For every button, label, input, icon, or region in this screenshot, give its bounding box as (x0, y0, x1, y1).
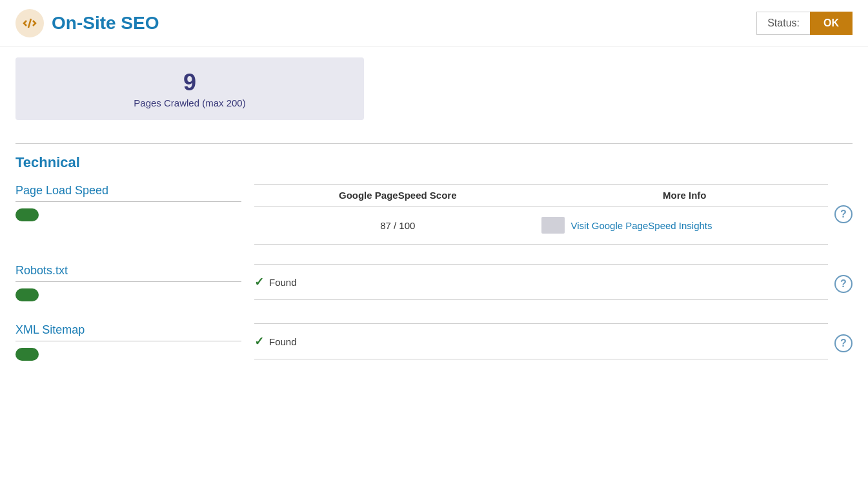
visit-thumbnail (541, 217, 565, 234)
info-header: More Info (541, 190, 829, 201)
status-ok-button[interactable]: OK (810, 12, 853, 35)
xml-sitemap-checkmark: ✓ (254, 334, 264, 348)
xml-sitemap-found-row: ✓ Found (254, 324, 828, 359)
page-load-speed-left: Page Load Speed (15, 184, 254, 224)
robots-txt-left: Robots.txt (15, 264, 254, 304)
page-load-speed-help-icon[interactable]: ? (834, 205, 853, 223)
score-header: Google PageSpeed Score (254, 190, 541, 201)
robots-txt-title: Robots.txt (15, 264, 241, 277)
robots-txt-checkmark: ✓ (254, 275, 264, 289)
xml-sitemap-row: XML Sitemap ✓ Found (15, 323, 828, 363)
xml-sitemap-left: XML Sitemap (15, 323, 254, 363)
logo-icon (15, 9, 44, 37)
robots-txt-row: Robots.txt ✓ Found (15, 264, 828, 304)
status-label: Status: (756, 12, 810, 35)
page-load-speed-right: Google PageSpeed Score More Info 87 / 10… (254, 184, 828, 245)
xml-sitemap-indicator (15, 348, 39, 361)
robots-txt-right: ✓ Found (254, 264, 828, 300)
header-left: On-Site SEO (15, 9, 159, 37)
crawled-number: 9 (28, 69, 351, 96)
technical-section: Technical Page Load Speed Google PageSpe… (0, 144, 868, 393)
page-load-speed-indicator (15, 208, 39, 221)
info-value: Visit Google PageSpeed Insights (541, 217, 829, 234)
xml-sitemap-found-text: Found (269, 336, 297, 347)
robots-txt-help-icon[interactable]: ? (834, 275, 853, 293)
xml-sitemap-divider (15, 341, 241, 341)
crawled-box: 9 Pages Crawled (max 200) (15, 57, 364, 120)
xml-sitemap-title: XML Sitemap (15, 323, 241, 337)
page-load-speed-title: Page Load Speed (15, 184, 241, 197)
page-load-speed-body: 87 / 100 Visit Google PageSpeed Insights (254, 207, 828, 245)
header: On-Site SEO Status: OK (0, 0, 868, 47)
page-load-speed-wrapper: Page Load Speed Google PageSpeed Score M… (15, 184, 853, 245)
crawled-label: Pages Crawled (max 200) (28, 97, 351, 108)
robots-txt-indicator (15, 288, 39, 301)
xml-sitemap-help-icon[interactable]: ? (834, 334, 853, 352)
visit-link[interactable]: Visit Google PageSpeed Insights (571, 220, 712, 231)
status-area: Status: OK (756, 12, 853, 35)
robots-txt-divider (15, 281, 241, 282)
page-load-speed-header: Google PageSpeed Score More Info (254, 185, 828, 207)
app-title: On-Site SEO (52, 13, 159, 34)
xml-sitemap-right: ✓ Found (254, 323, 828, 359)
score-value: 87 / 100 (254, 220, 541, 231)
robots-txt-found-text: Found (269, 277, 297, 288)
svg-line-0 (28, 19, 31, 28)
page-load-speed-divider (15, 201, 241, 202)
page-load-speed-row: Page Load Speed Google PageSpeed Score M… (15, 184, 828, 245)
crawled-section: 9 Pages Crawled (max 200) (0, 47, 868, 130)
technical-heading: Technical (15, 154, 853, 171)
robots-txt-found-row: ✓ Found (254, 265, 828, 300)
xml-sitemap-wrapper: XML Sitemap ✓ Found ? (15, 323, 853, 363)
robots-txt-wrapper: Robots.txt ✓ Found ? (15, 264, 853, 304)
